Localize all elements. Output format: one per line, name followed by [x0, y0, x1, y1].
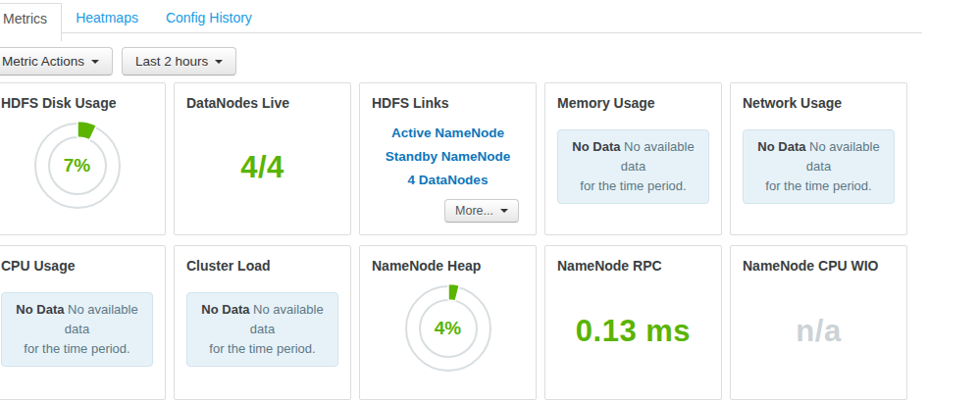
- widget-title: HDFS Links: [372, 95, 524, 112]
- no-data-alert: No Data No available data for the time p…: [743, 129, 895, 204]
- widget-namenode-heap: NameNode Heap 4%: [359, 245, 537, 400]
- namenode-cpu-wio-value: n/a: [796, 314, 841, 349]
- datanodes-live-value: 4/4: [240, 150, 284, 185]
- metrics-page: Metrics Heatmaps Config History Metric A…: [0, 0, 935, 402]
- more-links-dropdown-button[interactable]: More...: [444, 199, 519, 223]
- no-data-alert: No Data No available data for the time p…: [1, 292, 153, 367]
- caret-down-icon: [215, 60, 223, 64]
- caret-down-icon: [500, 209, 508, 213]
- namenode-heap-donut-chart: 4%: [401, 281, 495, 376]
- datanodes-link[interactable]: 4 DataNodes: [408, 173, 489, 187]
- widget-title: NameNode CPU WIO: [743, 258, 895, 275]
- no-data-line2: for the time period.: [580, 178, 686, 193]
- metrics-toolbar: Metric Actions Last 2 hours: [0, 47, 935, 75]
- widget-title: DataNodes Live: [186, 95, 338, 112]
- tab-heatmaps[interactable]: Heatmaps: [62, 3, 152, 41]
- widget-namenode-rpc: NameNode RPC 0.13 ms: [544, 245, 722, 400]
- time-range-label: Last 2 hours: [135, 53, 208, 70]
- widget-title: HDFS Disk Usage: [1, 95, 153, 112]
- no-data-strong: No Data: [757, 139, 805, 154]
- no-data-line1: No available data: [65, 302, 138, 336]
- no-data-strong: No Data: [16, 302, 64, 317]
- widget-title: Network Usage: [743, 95, 895, 112]
- widget-grid: HDFS Disk Usage 7% DataNodes Live 4/4 HD…: [0, 82, 935, 400]
- metric-actions-label: Metric Actions: [2, 53, 84, 70]
- time-range-dropdown-button[interactable]: Last 2 hours: [122, 47, 236, 75]
- widget-hdfs-links: HDFS Links Active NameNode Standby NameN…: [359, 82, 537, 235]
- widget-title: CPU Usage: [1, 258, 153, 275]
- widget-title: NameNode Heap: [372, 258, 524, 275]
- hdfs-disk-usage-donut-chart: 7%: [30, 119, 125, 213]
- donut-percent-label: 7%: [30, 119, 125, 213]
- standby-namenode-link[interactable]: Standby NameNode: [386, 149, 511, 164]
- widget-network-usage: Network Usage No Data No available data …: [730, 82, 907, 235]
- namenode-rpc-value: 0.13 ms: [576, 314, 691, 349]
- donut-percent-label: 4%: [401, 281, 495, 376]
- tab-bar: Metrics Heatmaps Config History: [0, 0, 935, 44]
- no-data-strong: No Data: [201, 302, 249, 317]
- no-data-line1: No available data: [806, 139, 880, 174]
- caret-down-icon: [91, 60, 99, 64]
- widget-datanodes-live: DataNodes Live 4/4: [174, 82, 351, 235]
- widget-memory-usage: Memory Usage No Data No available data f…: [544, 82, 722, 235]
- no-data-line1: No available data: [250, 302, 324, 336]
- widget-cpu-usage: CPU Usage No Data No available data for …: [0, 245, 166, 400]
- widget-title: Cluster Load: [186, 258, 338, 275]
- tab-config-history[interactable]: Config History: [152, 3, 266, 41]
- no-data-alert: No Data No available data for the time p…: [557, 129, 709, 204]
- widget-title: Memory Usage: [557, 95, 709, 112]
- tab-metrics[interactable]: Metrics: [0, 3, 62, 41]
- no-data-line2: for the time period.: [765, 178, 871, 193]
- widget-namenode-cpu-wio: NameNode CPU WIO n/a: [730, 245, 907, 400]
- no-data-line1: No available data: [621, 139, 695, 174]
- widget-title: NameNode RPC: [557, 258, 709, 275]
- metric-actions-dropdown-button[interactable]: Metric Actions: [0, 47, 113, 75]
- active-namenode-link[interactable]: Active NameNode: [391, 126, 504, 140]
- no-data-alert: No Data No available data for the time p…: [186, 292, 338, 367]
- no-data-strong: No Data: [572, 139, 620, 154]
- no-data-line2: for the time period.: [24, 341, 129, 356]
- widget-hdfs-disk-usage: HDFS Disk Usage 7%: [0, 82, 166, 235]
- no-data-line2: for the time period.: [209, 341, 315, 356]
- more-links-label: More...: [455, 203, 493, 219]
- widget-cluster-load: Cluster Load No Data No available data f…: [174, 245, 351, 400]
